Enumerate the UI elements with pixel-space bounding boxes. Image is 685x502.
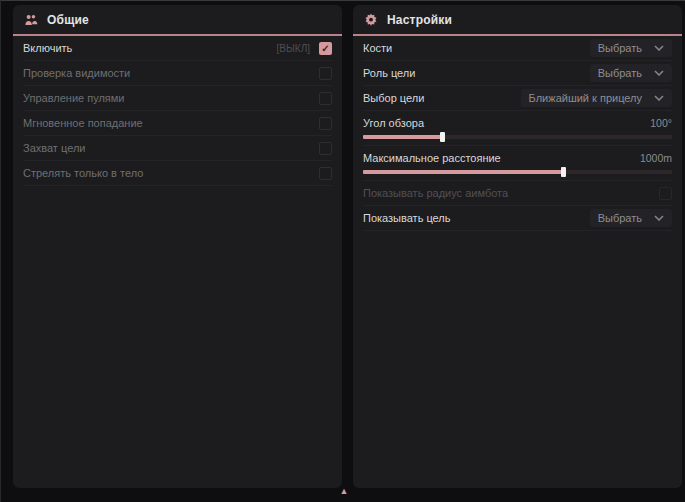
setting-row-target-selection: Выбор цели Ближайший к прицелу bbox=[363, 86, 672, 111]
checkbox-unchecked[interactable] bbox=[319, 92, 332, 105]
chevron-down-icon bbox=[654, 70, 664, 76]
bones-dropdown[interactable]: Выбрать bbox=[590, 39, 672, 57]
panel-general-header: Общие bbox=[13, 5, 342, 34]
toggle-row-body-only[interactable]: Стрелять только в тело bbox=[23, 161, 332, 186]
checkbox-unchecked[interactable] bbox=[319, 142, 332, 155]
toggle-label: Управление пулями bbox=[23, 92, 125, 104]
toggle-row-enable[interactable]: Включить [ВЫКЛ] ✓ bbox=[23, 36, 332, 61]
checkbox-unchecked[interactable] bbox=[659, 187, 672, 200]
checkbox-unchecked[interactable] bbox=[319, 167, 332, 180]
chevron-down-icon bbox=[654, 95, 664, 101]
users-icon bbox=[24, 13, 38, 27]
setting-label: Роль цели bbox=[363, 67, 415, 79]
setting-label: Выбор цели bbox=[363, 92, 424, 104]
toggle-label: Показывать радиус аимбота bbox=[363, 187, 508, 199]
toggle-row-show-aimbot-radius[interactable]: Показывать радиус аимбота bbox=[363, 181, 672, 206]
gear-icon bbox=[364, 13, 378, 27]
show-target-dropdown[interactable]: Выбрать bbox=[590, 209, 672, 227]
slider-handle[interactable] bbox=[561, 167, 566, 177]
fov-value: 100° bbox=[650, 117, 672, 129]
panel-settings-header: Настройки bbox=[353, 5, 682, 34]
chevron-down-icon bbox=[654, 45, 664, 51]
panel-general-title: Общие bbox=[47, 13, 89, 27]
toggle-label: Проверка видимости bbox=[23, 67, 130, 79]
toggle-label: Мгновенное попадание bbox=[23, 117, 143, 129]
setting-label: Кости bbox=[363, 42, 392, 54]
panel-settings: Настройки Кости Выбрать Роль цели Выбрат… bbox=[353, 5, 682, 488]
target-selection-dropdown[interactable]: Ближайший к прицелу bbox=[521, 89, 672, 107]
checkbox-unchecked[interactable] bbox=[319, 117, 332, 130]
chevron-down-icon bbox=[654, 215, 664, 221]
dropdown-value: Выбрать bbox=[598, 212, 642, 224]
dropdown-value: Выбрать bbox=[598, 42, 642, 54]
fov-slider[interactable] bbox=[363, 135, 672, 139]
toggle-row-bullet-control[interactable]: Управление пулями bbox=[23, 86, 332, 111]
setting-row-fov: Угол обзора 100° bbox=[363, 111, 672, 146]
toggle-label: Включить bbox=[23, 42, 72, 54]
setting-label: Показывать цель bbox=[363, 212, 451, 224]
dropdown-value: Выбрать bbox=[598, 67, 642, 79]
setting-label: Угол обзора bbox=[363, 117, 424, 129]
slider-handle[interactable] bbox=[440, 132, 445, 142]
max-distance-value: 1000m bbox=[640, 152, 672, 164]
toggle-row-target-lock[interactable]: Захват цели bbox=[23, 136, 332, 161]
dropdown-value: Ближайший к прицелу bbox=[529, 92, 642, 104]
checkbox-unchecked[interactable] bbox=[319, 67, 332, 80]
checkbox-checked-icon[interactable]: ✓ bbox=[319, 42, 332, 55]
setting-row-max-distance: Максимальное расстояние 1000m bbox=[363, 146, 672, 181]
setting-row-show-target: Показывать цель Выбрать bbox=[363, 206, 672, 231]
scroll-up-icon[interactable]: ▲ bbox=[337, 486, 351, 496]
target-role-dropdown[interactable]: Выбрать bbox=[590, 64, 672, 82]
setting-row-target-role: Роль цели Выбрать bbox=[363, 61, 672, 86]
toggle-row-visibility-check[interactable]: Проверка видимости bbox=[23, 61, 332, 86]
toggle-row-instant-hit[interactable]: Мгновенное попадание bbox=[23, 111, 332, 136]
panel-settings-title: Настройки bbox=[387, 13, 452, 27]
toggle-label: Захват цели bbox=[23, 142, 85, 154]
setting-row-bones: Кости Выбрать bbox=[363, 36, 672, 61]
setting-label: Максимальное расстояние bbox=[363, 152, 501, 164]
screen: Общие Включить [ВЫКЛ] ✓ Проверка видимос… bbox=[0, 0, 685, 502]
toggle-label: Стрелять только в тело bbox=[23, 167, 143, 179]
hotkey-badge: [ВЫКЛ] bbox=[277, 43, 310, 54]
slider-fill bbox=[363, 135, 443, 139]
max-distance-slider[interactable] bbox=[363, 170, 672, 174]
panel-general: Общие Включить [ВЫКЛ] ✓ Проверка видимос… bbox=[13, 5, 342, 488]
slider-fill bbox=[363, 170, 564, 174]
